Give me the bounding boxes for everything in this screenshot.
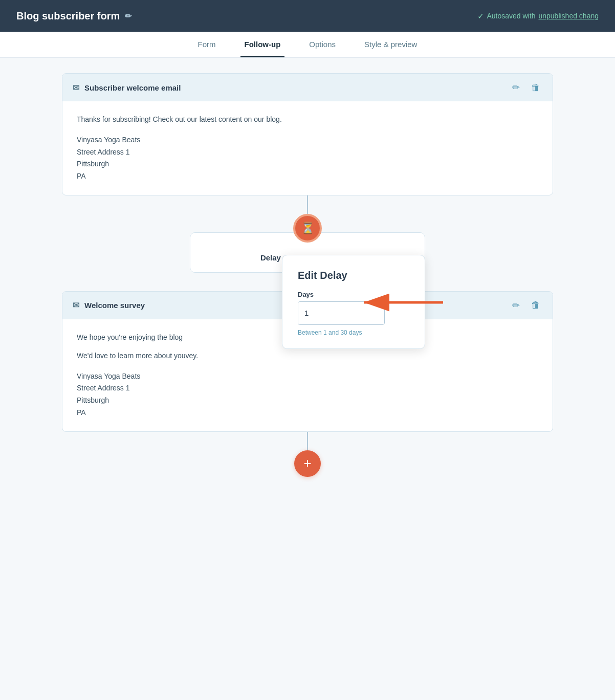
email-card-2-body-suffix: vey. (186, 352, 199, 360)
email-card-1-actions: ✏ 🗑 (510, 81, 542, 94)
email-card-2-company: Vinyasa Yoga Beats Street Address 1 Pitt… (77, 370, 538, 419)
edit-email-1-button[interactable]: ✏ (510, 81, 522, 94)
email-card-1-title-group: ✉ Subscriber welcome email (73, 83, 181, 93)
city-1: Pittsburgh (77, 158, 538, 170)
company-name-1: Vinyasa Yoga Beats (77, 134, 538, 146)
main-content: ✉ Subscriber welcome email ✏ 🗑 Thanks fo… (0, 58, 615, 508)
tab-style-preview[interactable]: Style & preview (360, 32, 421, 57)
autosave-text: Autosaved with (487, 12, 536, 20)
email-card-2-actions: ✏ 🗑 (510, 299, 542, 312)
state-1: PA (77, 170, 538, 183)
title-text: Blog subscriber form (16, 10, 120, 22)
address-1-1: Street Address 1 (77, 146, 538, 159)
add-email-button[interactable]: + (294, 450, 321, 477)
email-card-1-company: Vinyasa Yoga Beats Street Address 1 Pitt… (77, 134, 538, 183)
edit-email-2-button[interactable]: ✏ (510, 299, 522, 312)
tab-follow-up[interactable]: Follow-up (240, 32, 285, 57)
email-card-2-title: Welcome survey (84, 301, 145, 310)
arrow-annotation (354, 290, 446, 317)
email-icon-2: ✉ (73, 300, 79, 310)
tab-options[interactable]: Options (305, 32, 340, 57)
state-2: PA (77, 407, 538, 419)
delay-wrapper: ⏳ Delay next email for 1 day Edit Delay … (62, 214, 553, 273)
checkmark-icon: ✓ (477, 11, 484, 21)
company-name-2: Vinyasa Yoga Beats (77, 370, 538, 383)
connector-line-3 (307, 432, 308, 450)
top-bar: Blog subscriber form ✏ ✓ Autosaved with … (0, 0, 615, 32)
email-card-1-title: Subscriber welcome email (84, 83, 181, 92)
email-card-1-header: ✉ Subscriber welcome email ✏ 🗑 (62, 74, 553, 101)
autosave-status: ✓ Autosaved with unpublished chang (477, 11, 599, 21)
hourglass-icon: ⏳ (301, 222, 315, 235)
edit-title-icon[interactable]: ✏ (125, 11, 131, 21)
email-card-1-body-text: Thanks for subscribing! Check out our la… (77, 114, 538, 126)
nav-tabs: Form Follow-up Options Style & preview (0, 32, 615, 58)
email-card-2-title-group: ✉ Welcome survey (73, 300, 145, 310)
unpublished-changes-link[interactable]: unpublished chang (538, 12, 599, 20)
email-icon-1: ✉ (73, 83, 79, 93)
tab-form[interactable]: Form (194, 32, 220, 57)
delete-email-2-button[interactable]: 🗑 (529, 299, 542, 312)
email-card-2-body-line2-text: We'd love to learn more about you (77, 352, 186, 360)
email-card-2-body-line2: We'd love to learn more about youvey. (77, 350, 538, 362)
email-card-1: ✉ Subscriber welcome email ✏ 🗑 Thanks fo… (62, 73, 553, 195)
connector-line-1 (307, 195, 308, 214)
range-hint: Between 1 and 30 days (298, 329, 409, 336)
edit-delay-title: Edit Delay (298, 270, 409, 281)
page-title: Blog subscriber form ✏ (16, 10, 131, 22)
address-1-2: Street Address 1 (77, 382, 538, 395)
city-2: Pittsburgh (77, 395, 538, 407)
email-card-1-body: Thanks for subscribing! Check out our la… (62, 101, 553, 195)
delay-icon-circle[interactable]: ⏳ (293, 214, 322, 243)
delete-email-1-button[interactable]: 🗑 (529, 81, 542, 94)
